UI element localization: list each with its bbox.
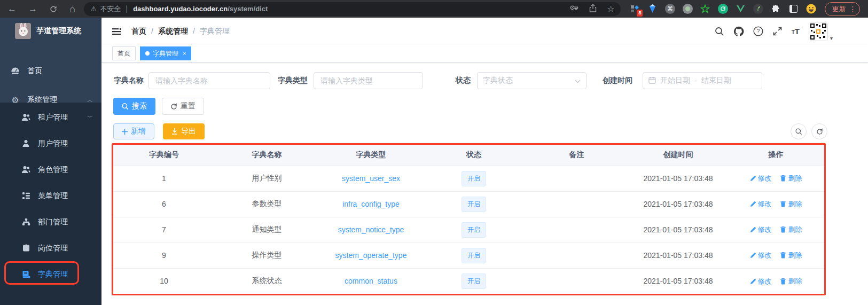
browser-reload-icon[interactable] xyxy=(49,5,58,13)
share-icon[interactable] xyxy=(589,4,597,14)
dict-type-link[interactable]: system_user_sex xyxy=(342,174,400,183)
table-row: 6 参数类型 infra_config_type 开启 2021-01-05 1… xyxy=(113,191,824,217)
url-divider xyxy=(126,5,127,13)
profile-emoji-icon[interactable] xyxy=(806,4,816,14)
delete-link[interactable]: 删除 xyxy=(780,276,802,286)
export-button[interactable]: 导出 xyxy=(163,123,205,139)
app-logo-rabbit-avatar xyxy=(15,23,31,39)
status-badge: 开启 xyxy=(462,171,486,186)
breadcrumb-system[interactable]: 系统管理 xyxy=(158,27,188,36)
header-search-icon[interactable] xyxy=(715,27,724,36)
search-form: 字典名称 字典类型 状态 字典状态 创建时间 开始日期 - 结束日期 xyxy=(101,72,868,89)
edit-link[interactable]: 修改 xyxy=(750,251,772,260)
sidebar-item-label: 租户管理 xyxy=(38,113,68,122)
tree-menu-icon xyxy=(21,192,30,200)
bookmark-star-icon[interactable]: ☆ xyxy=(607,4,614,14)
delete-link[interactable]: 删除 xyxy=(780,251,802,260)
chrome-menu-icon[interactable]: ⋮ xyxy=(849,5,856,13)
breadcrumb-home[interactable]: 首页 xyxy=(131,27,146,36)
cell-status: 开启 xyxy=(423,166,525,191)
toggle-search-button[interactable] xyxy=(791,123,807,139)
extension-star-icon[interactable] xyxy=(700,4,710,14)
delete-link[interactable]: 删除 xyxy=(780,199,802,209)
svg-text:?: ? xyxy=(756,28,760,34)
browser-forward-icon[interactable]: → xyxy=(28,4,37,13)
caret-down-icon: ▾ xyxy=(830,35,833,41)
browser-home-icon[interactable]: ⌂ xyxy=(69,4,75,14)
sidebar-item-role[interactable]: 角色管理 xyxy=(0,157,101,183)
edit-link[interactable]: 修改 xyxy=(750,174,772,183)
delete-link[interactable]: 删除 xyxy=(780,174,802,183)
extension-kanban-icon[interactable]: 8 xyxy=(629,4,640,14)
extension-recorder-icon[interactable] xyxy=(682,4,693,14)
cell-dict-name: 通知类型 xyxy=(215,217,319,243)
fullscreen-icon[interactable] xyxy=(772,26,783,36)
dict-name-input[interactable] xyxy=(148,72,270,89)
date-range-picker[interactable]: 开始日期 - 结束日期 xyxy=(643,72,762,89)
tag-close-icon[interactable]: × xyxy=(183,50,186,57)
github-icon[interactable] xyxy=(733,26,744,37)
sidebar-item-label: 岗位管理 xyxy=(38,244,68,253)
app-logo-row[interactable]: 芋道管理系统 xyxy=(0,18,101,44)
cell-remark xyxy=(525,268,629,294)
cell-operation: 修改 删除 xyxy=(728,268,824,294)
browser-back-icon[interactable]: ← xyxy=(7,4,17,13)
col-remark: 备注 xyxy=(525,145,629,166)
sidebar-item-label: 菜单管理 xyxy=(38,191,68,201)
reset-button[interactable]: 重置 xyxy=(162,98,204,115)
cell-dict-id: 10 xyxy=(113,268,215,294)
search-button[interactable]: 搜索 xyxy=(113,98,155,115)
cell-dict-id: 7 xyxy=(113,217,215,243)
status-badge: 开启 xyxy=(462,248,486,263)
edit-link[interactable]: 修改 xyxy=(750,277,772,286)
dict-type-link[interactable]: infra_config_type xyxy=(342,200,400,208)
extension-sprout-icon[interactable] xyxy=(753,4,763,14)
sidebar-item-menu[interactable]: 菜单管理 xyxy=(0,183,101,209)
add-button[interactable]: 新增 xyxy=(113,123,154,139)
password-key-icon[interactable] xyxy=(570,4,579,14)
edit-link[interactable]: 修改 xyxy=(750,225,772,234)
extension-command-icon[interactable]: ⌘ xyxy=(664,4,675,14)
cell-dict-id: 9 xyxy=(113,243,215,268)
table-row: 1 用户性别 system_user_sex 开启 2021-01-05 17:… xyxy=(113,166,824,191)
sidebar-toggle-icon[interactable] xyxy=(788,4,799,14)
help-icon[interactable]: ? xyxy=(753,26,763,36)
url-bar[interactable]: ⚠ 不安全 dashboard.yudao.iocoder.cn/system/… xyxy=(84,2,621,16)
active-tag-dot xyxy=(145,51,150,56)
sidebar-item-dept[interactable]: 部门管理 xyxy=(0,209,101,235)
sidebar-item-home[interactable]: 首页 xyxy=(0,58,101,84)
sidebar-item-user[interactable]: 用户管理 xyxy=(0,130,101,157)
tag-home[interactable]: 首页 xyxy=(112,46,136,60)
sidebar-item-tenant[interactable]: 租户管理 ﹀ xyxy=(0,104,101,130)
sidebar-fold-icon[interactable] xyxy=(101,27,131,36)
user-menu[interactable]: ▾ xyxy=(809,22,833,41)
url-path: /system/dict xyxy=(228,5,268,13)
tag-dict-active[interactable]: 字典管理 × xyxy=(140,46,191,60)
chrome-update-button[interactable]: 更新 ⋮ xyxy=(825,2,860,16)
cell-operation: 修改 删除 xyxy=(728,243,824,268)
refresh-table-button[interactable] xyxy=(811,123,827,139)
font-size-icon[interactable]: TT xyxy=(792,27,800,36)
calendar-icon xyxy=(648,76,656,85)
delete-link[interactable]: 删除 xyxy=(780,225,802,234)
vue-devtools-icon[interactable] xyxy=(735,4,746,14)
cell-dict-name: 参数类型 xyxy=(215,191,319,217)
extension-beacon-icon[interactable] xyxy=(647,4,658,14)
edit-link[interactable]: 修改 xyxy=(750,199,772,209)
sidebar-item-dict[interactable]: 字典管理 xyxy=(0,261,101,287)
create-time-label: 创建时间 xyxy=(603,72,632,89)
browser-toolbar: ← → ⌂ ⚠ 不安全 dashboard.yudao.iocoder.cn/s… xyxy=(0,0,868,18)
dict-type-link[interactable]: common_status xyxy=(345,277,397,285)
extensions-puzzle-icon[interactable] xyxy=(770,4,781,14)
dict-type-input[interactable] xyxy=(314,72,423,89)
extension-refresh-icon[interactable] xyxy=(717,4,728,14)
cell-status: 开启 xyxy=(423,217,525,243)
dict-type-link[interactable]: system_notice_type xyxy=(338,225,404,234)
status-label: 状态 xyxy=(456,72,471,89)
sidebar-item-post[interactable]: 岗位管理 xyxy=(0,235,101,261)
chevron-down-icon xyxy=(575,76,581,85)
sidebar-item-label: 首页 xyxy=(27,66,42,76)
status-select[interactable]: 字典状态 xyxy=(477,72,587,89)
cell-status: 开启 xyxy=(423,191,525,217)
dict-type-link[interactable]: system_operate_type xyxy=(335,251,407,260)
